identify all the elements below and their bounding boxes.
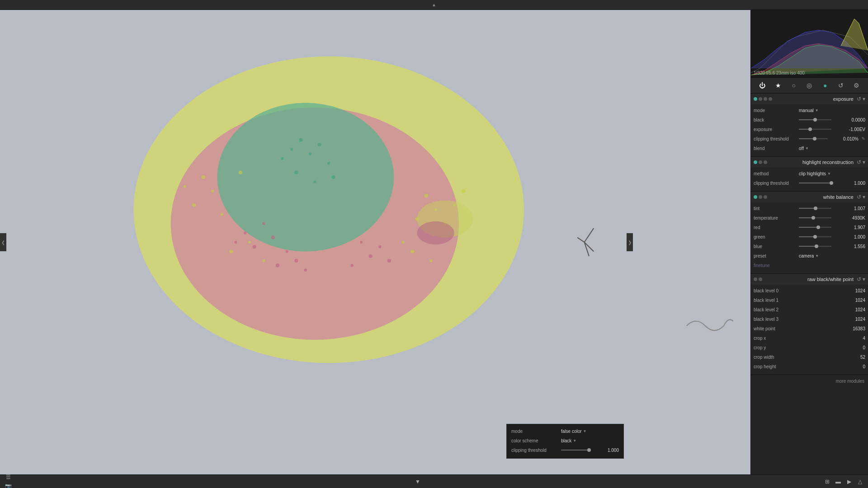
bottom-arrow-down-icon[interactable]: ▼ (413, 477, 422, 486)
refresh-icon[interactable]: ↺ (836, 80, 846, 90)
wb-finetune-row: finetune (754, 261, 865, 269)
exposure-reset-icon[interactable]: ↺ (857, 96, 861, 102)
raw-dot-1[interactable] (754, 277, 757, 281)
highlight-dot-1[interactable] (754, 160, 757, 164)
raw-reset-icon[interactable]: ↺ (857, 276, 861, 282)
popup-mode-value[interactable]: false color ▼ (561, 429, 587, 434)
exposure-module-title: exposure (774, 96, 855, 102)
left-panel-handle[interactable]: ❮ (0, 233, 6, 251)
wb-preset-value[interactable]: camera ▼ (799, 253, 819, 258)
ring-icon[interactable]: ◎ (804, 80, 814, 90)
exposure-black-slider[interactable] (799, 119, 831, 120)
exposure-exposure-value: -1.00EV (833, 127, 866, 132)
exposure-exposure-slider[interactable] (799, 129, 831, 130)
bottom-warning-icon[interactable]: △ (855, 477, 864, 486)
exposure-dot-2[interactable] (759, 97, 762, 101)
wb-blue-label: blue (754, 244, 799, 249)
power-icon[interactable]: ⏻ (757, 80, 767, 90)
raw-black0-row: black level 0 1024 (754, 286, 865, 295)
popup-color-scheme-arrow: ▼ (573, 439, 576, 443)
histogram-svg (751, 10, 868, 77)
exposure-mode-value[interactable]: manual ▼ (799, 108, 819, 113)
raw-black2-label: black level 2 (754, 307, 799, 312)
wb-preset-label: preset (754, 253, 799, 258)
wb-green-slider[interactable] (799, 236, 831, 237)
left-handle-icon: ❮ (1, 240, 5, 245)
wb-dot-2[interactable] (759, 195, 762, 199)
settings-icon[interactable]: ⚙ (852, 80, 862, 90)
circle-icon[interactable]: ○ (789, 80, 799, 90)
exposure-module-body: mode manual ▼ black 0.0000 (751, 104, 868, 156)
svg-point-37 (299, 138, 302, 142)
raw-dot-2[interactable] (759, 277, 762, 281)
top-bar-arrow[interactable]: ▲ (432, 2, 436, 7)
exposure-dot-4[interactable] (769, 97, 772, 101)
wb-tint-slider[interactable] (799, 208, 831, 209)
bottom-film-icon[interactable]: ▬ (834, 477, 843, 486)
bottom-play-icon[interactable]: ▶ (844, 477, 854, 486)
right-panel-handle[interactable]: ❯ (627, 233, 633, 251)
raw-module-dots (754, 277, 762, 281)
wb-temperature-slider-container: 4930K (799, 216, 865, 221)
exposure-black-label: black (754, 117, 799, 122)
svg-point-3 (217, 103, 394, 252)
exposure-more-icon[interactable]: ▾ (863, 96, 865, 102)
star-icon[interactable]: ★ (773, 80, 783, 90)
exposure-exposure-row: exposure -1.00EV (754, 125, 865, 133)
svg-point-23 (253, 245, 256, 249)
highlight-reset-icon[interactable]: ↺ (857, 159, 861, 165)
highlight-clipping-slider[interactable] (799, 183, 831, 183)
popup-clipping-slider[interactable] (561, 450, 589, 450)
wb-dot-1[interactable] (754, 195, 757, 199)
raw-whitepoint-row: white point 16383 (754, 324, 865, 333)
exposure-exposure-label: exposure (754, 127, 799, 132)
wb-temperature-label: temperature (754, 216, 799, 221)
wb-dot-3[interactable] (764, 195, 767, 199)
bottom-grid-icon[interactable]: ⊞ (823, 477, 832, 486)
exposure-dot-1[interactable] (754, 97, 757, 101)
raw-black1-label: black level 1 (754, 298, 799, 303)
exposure-module-header: exposure ↺ ▾ (751, 94, 868, 104)
svg-point-4 (202, 175, 205, 179)
wb-preset-arrow: ▼ (815, 254, 819, 258)
false-color-overlay (0, 10, 750, 474)
exposure-blend-value[interactable]: off ▼ (799, 146, 809, 151)
wb-reset-icon[interactable]: ↺ (857, 194, 861, 200)
svg-point-7 (221, 213, 223, 216)
raw-cropwidth-label: crop width (754, 355, 799, 360)
exposure-exposure-slider-container: -1.00EV (799, 127, 865, 132)
exposure-black-value: 0.0000 (833, 117, 866, 122)
highlight-module-body: method clip highlights ▼ clipping thresh… (751, 168, 868, 191)
exposure-clipping-edit-icon[interactable]: ✎ (862, 136, 865, 141)
svg-point-30 (276, 263, 279, 267)
raw-black3-label: black level 3 (754, 317, 799, 322)
exposure-dot-3[interactable] (764, 97, 767, 101)
raw-black2-row: black level 2 1024 (754, 305, 865, 314)
highlight-dot-3[interactable] (764, 160, 767, 164)
highlight-more-icon[interactable]: ▾ (863, 159, 865, 165)
exposure-clipping-slider[interactable] (799, 138, 828, 139)
bottom-camera-icon[interactable]: 📷 (4, 482, 13, 488)
svg-point-41 (327, 162, 330, 164)
wb-more-icon[interactable]: ▾ (863, 194, 865, 200)
highlight-method-arrow: ▼ (827, 172, 831, 176)
exposure-blend-label: blend (754, 146, 799, 151)
exposure-clipping-label: clipping threshold (754, 136, 799, 141)
raw-black2-value: 1024 (799, 307, 865, 312)
raw-more-icon[interactable]: ▾ (863, 276, 865, 282)
svg-point-25 (271, 236, 275, 239)
raw-cropheight-row: crop height 0 (754, 362, 865, 371)
wb-blue-slider[interactable] (799, 246, 831, 247)
raw-cropx-label: crop x (754, 336, 799, 341)
white-balance-module-body: tint 1.007 temperature (751, 202, 868, 273)
popup-color-scheme-value[interactable]: black ▼ (561, 438, 576, 443)
highlight-dot-2[interactable] (759, 160, 762, 164)
highlight-method-value[interactable]: clip highlights ▼ (799, 171, 831, 176)
svg-point-9 (239, 171, 242, 174)
exposure-module-dots (754, 97, 772, 101)
green-dot-icon[interactable]: ● (820, 80, 830, 90)
wb-temperature-slider[interactable] (799, 217, 831, 218)
bottom-bar-center: ▼ (413, 477, 422, 486)
wb-red-slider[interactable] (799, 227, 831, 228)
more-modules-button[interactable]: more modules (751, 375, 868, 387)
